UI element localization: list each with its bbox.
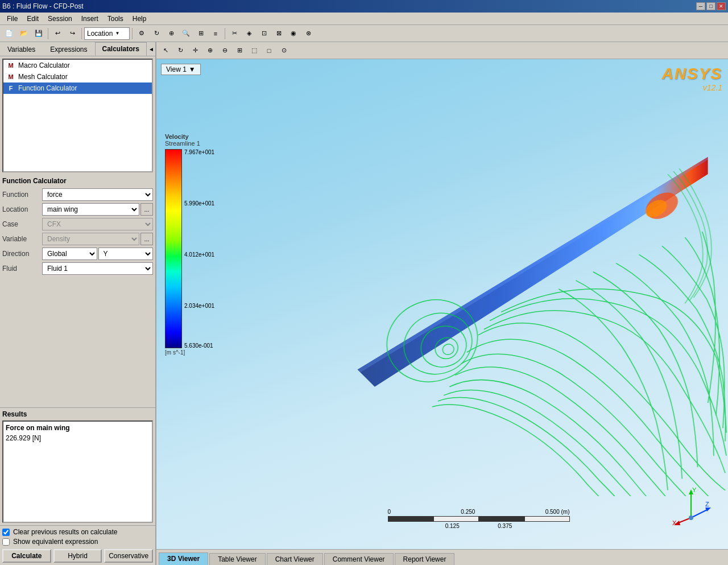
tab-expressions[interactable]: Expressions bbox=[43, 43, 94, 56]
menu-bar: FileEditSessionInsertToolsHelp bbox=[0, 13, 728, 25]
toolbar-btn-10[interactable]: ⊠ bbox=[272, 27, 286, 40]
location-dropdown[interactable]: Location ▼ bbox=[84, 27, 130, 40]
view-cursor-btn[interactable]: ↖ bbox=[159, 44, 172, 57]
toolbar-btn-3[interactable]: ⊕ bbox=[164, 27, 178, 40]
direction-row: Direction Global Y bbox=[2, 248, 153, 260]
svg-marker-1 bbox=[358, 157, 708, 373]
toolbar-btn-8[interactable]: ◈ bbox=[242, 27, 256, 40]
clear-previous-row: Clear previous results on calculate bbox=[2, 528, 153, 536]
wing-visualization bbox=[156, 59, 728, 496]
hybrid-button[interactable]: Hybrid bbox=[53, 549, 102, 563]
view-zoom-in-btn[interactable]: ⊕ bbox=[203, 44, 217, 57]
tree-item-mesh[interactable]: M Mesh Calculator bbox=[3, 71, 152, 83]
menu-item-tools[interactable]: Tools bbox=[103, 14, 128, 24]
menu-item-edit[interactable]: Edit bbox=[22, 14, 43, 24]
toolbar-btn-6[interactable]: ≡ bbox=[209, 27, 222, 40]
toolbar-save[interactable]: 💾 bbox=[32, 27, 46, 40]
toolbar-open[interactable]: 📂 bbox=[17, 27, 31, 40]
toolbar-btn-4[interactable]: 🔍 bbox=[179, 27, 193, 40]
scale-250: 0.250 bbox=[461, 509, 475, 515]
svg-text:X: X bbox=[672, 519, 677, 526]
show-expression-row: Show equivalent expression bbox=[2, 538, 153, 546]
view-probe-btn[interactable]: ⊙ bbox=[277, 44, 291, 57]
scale-375: 0.375 bbox=[498, 523, 512, 529]
location-dropdown-arrow: ▼ bbox=[115, 31, 119, 36]
bottom-options: Clear previous results on calculate Show… bbox=[0, 525, 155, 565]
svg-point-6 bbox=[441, 343, 456, 356]
toolbar-redo[interactable]: ↪ bbox=[65, 27, 79, 40]
view-rotate-btn[interactable]: ↻ bbox=[173, 44, 187, 57]
menu-item-file[interactable]: File bbox=[2, 14, 22, 24]
scale-0: 0 bbox=[388, 509, 391, 515]
clear-previous-checkbox[interactable] bbox=[2, 529, 10, 536]
svg-text:Z: Z bbox=[705, 501, 709, 508]
toolbar-btn-5[interactable]: ⊞ bbox=[194, 27, 208, 40]
window-title: B6 : Fluid Flow - CFD-Post bbox=[2, 2, 84, 10]
tab-arrow-left[interactable]: ◄ bbox=[147, 43, 156, 55]
location-select[interactable]: main wing bbox=[42, 203, 139, 216]
bottom-tab-chart-viewer[interactable]: Chart Viewer bbox=[267, 553, 323, 565]
bottom-tab-table-viewer[interactable]: Table Viewer bbox=[209, 553, 265, 565]
mesh-icon: M bbox=[6, 72, 16, 81]
minimize-button[interactable]: ─ bbox=[696, 2, 705, 10]
bottom-tab-report-viewer[interactable]: Report Viewer bbox=[395, 553, 455, 565]
menu-item-session[interactable]: Session bbox=[43, 14, 77, 24]
toolbar-btn-12[interactable]: ⊗ bbox=[301, 27, 315, 40]
toolbar-btn-2[interactable]: ↻ bbox=[150, 27, 163, 40]
title-bar: B6 : Fluid Flow - CFD-Post ─ □ ✕ bbox=[0, 0, 728, 13]
menu-item-help[interactable]: Help bbox=[128, 14, 151, 24]
toolbar-new[interactable]: 📄 bbox=[2, 27, 16, 40]
main-layout: Variables Expressions Calculators ◄ ► M … bbox=[0, 42, 728, 565]
tree-item-function[interactable]: F Function Calculator bbox=[3, 83, 152, 94]
menu-item-insert[interactable]: Insert bbox=[77, 14, 103, 24]
location-browse-btn[interactable]: ... bbox=[140, 203, 153, 216]
conservative-button[interactable]: Conservative bbox=[104, 549, 153, 563]
view-zoom-fit-btn[interactable]: ⊞ bbox=[233, 44, 246, 57]
toolbar-btn-9[interactable]: ⊡ bbox=[257, 27, 271, 40]
tree-item-macro[interactable]: M Macro Calculator bbox=[3, 60, 152, 71]
toolbar-btn-1[interactable]: ⚙ bbox=[135, 27, 148, 40]
clear-previous-label: Clear previous results on calculate bbox=[13, 528, 117, 536]
close-button[interactable]: ✕ bbox=[717, 2, 726, 10]
tab-calculators[interactable]: Calculators bbox=[95, 42, 147, 56]
viewport: View 1 ▼ ANSYS v12.1 Velocity Streamline… bbox=[156, 59, 728, 549]
variable-browse-btn[interactable]: ... bbox=[140, 233, 153, 245]
tree-section: M Macro Calculator M Mesh Calculator F F… bbox=[2, 59, 153, 172]
bottom-tab-comment-viewer[interactable]: Comment Viewer bbox=[324, 553, 394, 565]
case-select[interactable]: CFX bbox=[42, 218, 153, 230]
direction-label: Direction bbox=[2, 250, 42, 258]
location-label: Location bbox=[87, 30, 113, 38]
show-expression-checkbox[interactable] bbox=[2, 538, 10, 546]
function-row: Function force bbox=[2, 188, 153, 201]
macro-icon: M bbox=[6, 61, 16, 70]
calculator-section: Function Calculator Function force Locat… bbox=[0, 175, 155, 407]
window-controls: ─ □ ✕ bbox=[696, 2, 726, 10]
maximize-button[interactable]: □ bbox=[706, 2, 715, 10]
tab-variables[interactable]: Variables bbox=[0, 43, 43, 56]
view-box-btn[interactable]: □ bbox=[262, 44, 276, 57]
tree-label-mesh: Mesh Calculator bbox=[18, 73, 68, 81]
variable-select[interactable]: Density bbox=[42, 233, 139, 245]
svg-marker-13 bbox=[705, 508, 711, 512]
show-expression-label: Show equivalent expression bbox=[13, 538, 98, 546]
toolbar: 📄 📂 💾 ↩ ↪ Location ▼ ⚙ ↻ ⊕ 🔍 ⊞ ≡ ✂ ◈ ⊡ ⊠… bbox=[0, 25, 728, 42]
calculate-button[interactable]: Calculate bbox=[2, 549, 51, 563]
bottom-tab-3d-viewer[interactable]: 3D Viewer bbox=[159, 552, 208, 565]
view-select-btn[interactable]: ⬚ bbox=[247, 44, 261, 57]
bottom-tabs: 3D ViewerTable ViewerChart ViewerComment… bbox=[156, 549, 728, 565]
toolbar-btn-7[interactable]: ✂ bbox=[228, 27, 241, 40]
direction-global-select[interactable]: Global bbox=[42, 248, 97, 260]
fluid-select[interactable]: Fluid 1 bbox=[42, 262, 153, 275]
fluid-label: Fluid bbox=[2, 265, 42, 273]
view-zoom-out-btn[interactable]: ⊖ bbox=[218, 44, 231, 57]
action-buttons: Calculate Hybrid Conservative bbox=[2, 549, 153, 563]
direction-axis-select[interactable]: Y bbox=[98, 248, 154, 260]
function-select[interactable]: force bbox=[42, 188, 153, 201]
toolbar-undo[interactable]: ↩ bbox=[51, 27, 64, 40]
results-header: Force on main wing bbox=[6, 424, 150, 432]
view-pan-btn[interactable]: ✛ bbox=[188, 44, 202, 57]
results-title: Results bbox=[2, 410, 153, 418]
svg-text:Y: Y bbox=[692, 486, 697, 493]
function-icon: F bbox=[6, 84, 16, 93]
toolbar-btn-11[interactable]: ◉ bbox=[287, 27, 300, 40]
